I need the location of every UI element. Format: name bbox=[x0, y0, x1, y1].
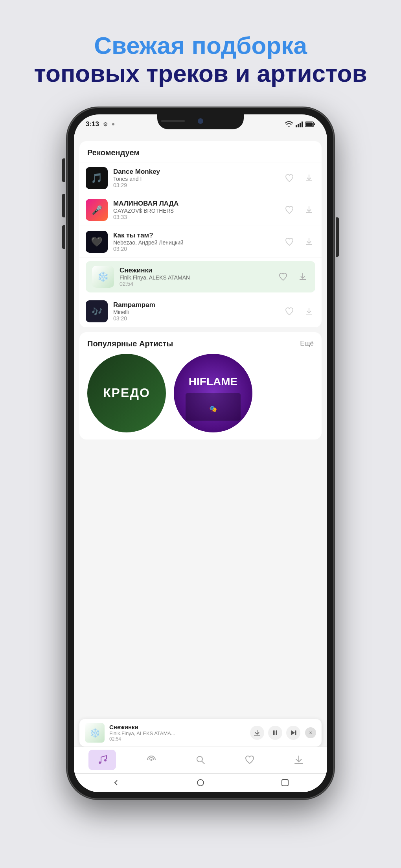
status-right-icons bbox=[285, 121, 315, 127]
track-thumbnail: ❄️ bbox=[92, 266, 114, 288]
wifi-icon bbox=[285, 121, 293, 127]
android-back-button[interactable] bbox=[110, 776, 122, 789]
notch-speaker bbox=[161, 120, 185, 122]
close-icon: × bbox=[309, 730, 312, 736]
artist-item[interactable]: КРЕДО bbox=[87, 354, 166, 432]
track-item-highlighted[interactable]: ❄️ Снежинки Finik.Finya, ALEKS ATAMAN 02… bbox=[86, 261, 315, 292]
track-info: Dance Monkey Tones and I 03:29 bbox=[113, 168, 278, 188]
mini-download-button[interactable] bbox=[250, 726, 264, 740]
nav-item-favorites[interactable] bbox=[236, 750, 263, 770]
track-duration: 03:29 bbox=[113, 182, 278, 188]
track-artist: Tones and I bbox=[113, 176, 278, 182]
svg-text:❄️: ❄️ bbox=[97, 271, 109, 282]
artists-more-button[interactable]: Ещё bbox=[300, 340, 314, 348]
mini-player-close[interactable]: × bbox=[305, 727, 316, 738]
track-item[interactable]: 🎵 Dance Monkey Tones and I 03:29 bbox=[79, 162, 322, 194]
screen-content: Рекомендуем 🎵 Dance Monkey Tones and I bbox=[74, 134, 327, 792]
like-button[interactable] bbox=[283, 172, 296, 184]
nav-item-downloads[interactable] bbox=[285, 750, 313, 770]
status-time: 3:13 bbox=[86, 120, 99, 128]
track-thumbnail: 🎤 bbox=[86, 199, 108, 221]
track-item[interactable]: 🖤 Как ты там? Nebezao, Андрей Леницкий 0… bbox=[79, 226, 322, 258]
track-actions bbox=[283, 305, 315, 318]
nav-item-music[interactable] bbox=[88, 750, 116, 770]
battery-icon bbox=[305, 121, 315, 127]
svg-rect-24 bbox=[295, 730, 296, 735]
svg-text:🖤: 🖤 bbox=[91, 236, 103, 247]
track-duration: 03:20 bbox=[113, 246, 278, 252]
nav-item-radio[interactable] bbox=[138, 750, 165, 770]
header-line2: топовых треков и артистов bbox=[34, 59, 367, 87]
android-recent-button[interactable] bbox=[279, 776, 291, 789]
track-item[interactable]: 🎤 МАЛИНОВАЯ ЛАДА GAYAZOV$ BROTHER$ 03:33 bbox=[79, 194, 322, 226]
artist-name-text: КРЕДО bbox=[103, 386, 150, 400]
bottom-nav bbox=[74, 747, 327, 773]
track-actions bbox=[283, 172, 315, 184]
like-button[interactable] bbox=[277, 270, 289, 283]
track-artist: GAYAZOV$ BROTHER$ bbox=[113, 208, 278, 214]
svg-rect-1 bbox=[298, 124, 299, 127]
track-info: МАЛИНОВАЯ ЛАДА GAYAZOV$ BROTHER$ 03:33 bbox=[113, 200, 278, 220]
phone-screen: 3:13 ⚙ bbox=[74, 114, 327, 792]
track-name: Снежинки bbox=[120, 267, 271, 274]
mini-player-info: Снежинки Finik.Finya, ALEKS ATAMA... 02:… bbox=[109, 724, 245, 742]
track-thumbnail: 🎵 bbox=[86, 167, 108, 189]
mini-pause-button[interactable] bbox=[268, 726, 282, 740]
svg-text:🎶: 🎶 bbox=[92, 306, 103, 317]
mini-track-name: Снежинки bbox=[109, 724, 245, 730]
track-duration: 03:33 bbox=[113, 214, 278, 220]
signal-icon bbox=[296, 121, 303, 127]
status-dot bbox=[112, 123, 114, 125]
phone-shell: 3:13 ⚙ bbox=[67, 107, 334, 799]
svg-rect-28 bbox=[282, 780, 288, 786]
header-line1: Свежая подборка bbox=[34, 31, 367, 59]
radio-icon bbox=[146, 755, 156, 765]
track-artist: Finik.Finya, ALEKS ATAMAN bbox=[120, 274, 271, 281]
android-nav-bar bbox=[74, 773, 327, 792]
download-button[interactable] bbox=[303, 235, 315, 248]
svg-rect-23 bbox=[276, 730, 278, 735]
svg-rect-0 bbox=[296, 125, 297, 127]
track-info: Снежинки Finik.Finya, ALEKS ATAMAN 02:54 bbox=[120, 267, 271, 287]
phone-wrapper: 3:13 ⚙ bbox=[67, 107, 334, 799]
download-nav-icon bbox=[294, 755, 304, 765]
artists-header: Популярные Артисты Ещё bbox=[79, 332, 322, 354]
artists-title: Популярные Артисты bbox=[87, 339, 173, 348]
track-name: Как ты там? bbox=[113, 232, 278, 239]
svg-rect-5 bbox=[306, 122, 313, 126]
svg-text:🎵: 🎵 bbox=[91, 172, 103, 184]
gear-icon: ⚙ bbox=[103, 121, 108, 127]
recommend-title: Рекомендуем bbox=[79, 141, 322, 162]
download-button[interactable] bbox=[303, 172, 315, 184]
android-home-button[interactable] bbox=[194, 776, 207, 789]
track-thumbnail: 🎶 bbox=[86, 300, 108, 322]
track-name: Rampampam bbox=[113, 301, 278, 309]
track-duration: 02:54 bbox=[120, 281, 271, 287]
like-button[interactable] bbox=[283, 204, 296, 216]
nav-item-search[interactable] bbox=[187, 750, 214, 770]
artist-avatar: КРЕДО bbox=[87, 354, 166, 432]
heart-icon bbox=[245, 755, 255, 765]
mini-player-thumbnail: ❄️ bbox=[85, 723, 105, 743]
search-icon bbox=[195, 755, 206, 765]
track-thumbnail: 🖤 bbox=[86, 231, 108, 253]
download-button[interactable] bbox=[303, 204, 315, 216]
track-actions bbox=[283, 204, 315, 216]
header-section: Свежая подборка топовых треков и артисто… bbox=[10, 0, 390, 107]
svg-text:🎭: 🎭 bbox=[209, 405, 217, 412]
track-actions bbox=[277, 270, 309, 283]
svg-point-27 bbox=[197, 780, 204, 786]
like-button[interactable] bbox=[283, 305, 296, 318]
track-artist: Nebezao, Андрей Леницкий bbox=[113, 239, 278, 246]
track-info: Rampampam Minelli 03:20 bbox=[113, 301, 278, 322]
svg-text:❄️: ❄️ bbox=[90, 728, 101, 738]
track-item[interactable]: 🎶 Rampampam Minelli 03:20 bbox=[79, 296, 322, 327]
mini-next-button[interactable] bbox=[286, 726, 300, 740]
svg-rect-22 bbox=[273, 730, 275, 735]
download-button[interactable] bbox=[296, 270, 309, 283]
svg-rect-2 bbox=[300, 123, 301, 127]
artist-item[interactable]: HIFLAME 🎭 bbox=[174, 354, 252, 432]
mini-player[interactable]: ❄️ Снежинки Finik.Finya, ALEKS ATAMA... … bbox=[79, 719, 322, 747]
download-button[interactable] bbox=[303, 305, 315, 318]
like-button[interactable] bbox=[283, 235, 296, 248]
